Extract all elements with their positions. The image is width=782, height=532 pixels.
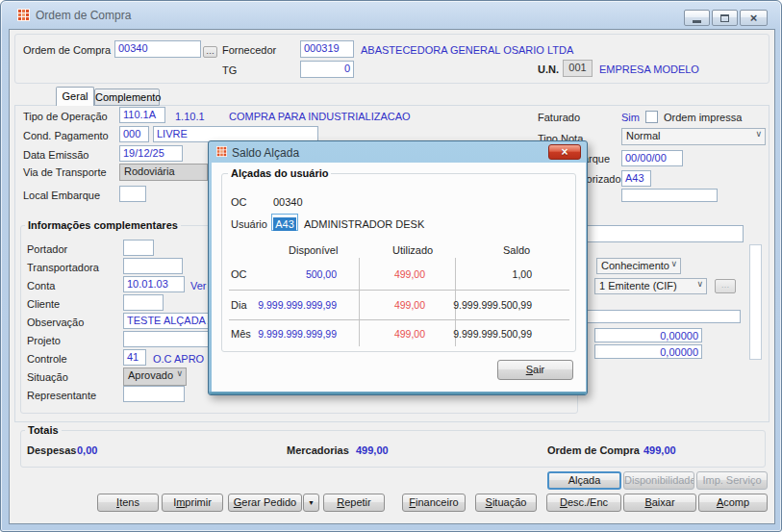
observacao-label: Observação [27, 317, 84, 328]
mes-disponivel: 9.999.999.999,99 [242, 328, 337, 340]
dialog-user-input[interactable]: A43 [271, 214, 298, 231]
order-number-input[interactable]: 00340 [114, 40, 201, 58]
mercadorias-label: Mercadorias [287, 444, 349, 456]
mes-saldo: 9.999.999.500,99 [446, 328, 532, 340]
gerar-pedido-dropdown-button[interactable]: ▼ [303, 494, 319, 512]
transportadora-input[interactable] [123, 258, 183, 274]
dia-disponivel: 9.999.999.999,99 [242, 299, 337, 311]
cliente-label: Cliente [27, 298, 60, 310]
supplier-code-input[interactable]: 000319 [300, 40, 354, 58]
mes-utilizado: 499,00 [356, 328, 425, 340]
financeiro-button[interactable]: Financeiro [402, 494, 466, 512]
representante-label: Representante [27, 390, 96, 401]
sair-button[interactable]: Sair [497, 360, 573, 380]
emitente-more-button[interactable]: … [715, 279, 736, 293]
chevron-down-icon [755, 129, 762, 139]
transportadora-label: Transportadora [27, 262, 99, 273]
cond-pagamento-input[interactable]: 000 [119, 126, 149, 142]
titlebar: Ordem de Compra [1, 1, 781, 29]
portador-label: Portador [27, 243, 67, 255]
oc-disponivel: 500,00 [242, 268, 337, 280]
local-embarque-label: Local Embarque [23, 190, 100, 201]
tipo-operacao-desc: COMPRA PARA INDUSTRIALIZACAO [229, 111, 411, 122]
dialog-oc-value: 00340 [273, 196, 303, 208]
col-header-disponivel: Disponível [289, 244, 338, 256]
alcadas-group-title: Alçadas do usuário [228, 167, 331, 179]
supplier-label: Fornecedor [222, 44, 276, 56]
controle-input[interactable]: 41 [123, 349, 146, 366]
dialog-user-name: ADMINISTRADOR DESK [304, 218, 424, 230]
imprimir-button[interactable]: Imprimir [162, 494, 223, 512]
controle-label: Controle [27, 353, 67, 365]
ordem-impressa-checkbox[interactable] [645, 111, 658, 123]
order-label: Ordem de Compra [23, 44, 111, 56]
local-embarque-input[interactable] [119, 186, 146, 202]
repetir-button[interactable]: Repetir [323, 494, 385, 512]
col-header-saldo: Saldo [503, 244, 530, 256]
projeto-label: Projeto [27, 335, 61, 346]
right-edge-panel [749, 244, 762, 360]
tab-complemento[interactable]: Complemento [94, 89, 160, 106]
chevron-down-icon [696, 279, 703, 289]
cliente-input[interactable] [123, 294, 164, 311]
minimize-icon [693, 20, 701, 23]
dia-saldo: 9.999.999.500,99 [446, 299, 532, 311]
dialog-close-button[interactable] [548, 144, 581, 160]
via-transporte-label: Via de Transporte [23, 166, 107, 178]
tipo-operacao-sub: 1.10.1 [175, 111, 205, 122]
maximize-button[interactable] [712, 10, 738, 26]
conta-input[interactable]: 10.01.03 [123, 276, 185, 292]
dialog-oc-label: OC [231, 196, 247, 208]
baixar-button[interactable]: Baixar [623, 494, 696, 512]
ordem-total-label: Ordem de Compra [547, 444, 640, 456]
emitente-combo[interactable]: 1 Emitente (CIF) [594, 278, 707, 294]
imp-servico-button[interactable]: Imp. Serviço [696, 471, 768, 490]
tg-input[interactable]: 0 [300, 61, 354, 78]
un-label: U.N. [538, 63, 559, 75]
dialog-user-label: Usuário [231, 218, 267, 230]
oc-saldo: 1,00 [446, 268, 532, 280]
order-lookup-button[interactable]: … [203, 46, 217, 58]
saldo-alcada-dialog: Saldo Alçada Alçadas do usuário OC 00340… [208, 140, 588, 395]
situacao-label: Situação [27, 371, 68, 383]
situacao-combo[interactable]: Aprovado [123, 367, 187, 386]
totais-title: Totais [25, 424, 62, 436]
tab-geral[interactable]: Geral [56, 87, 94, 106]
data-emissao-input[interactable]: 19/12/25 [119, 145, 183, 162]
alcada-button[interactable]: Alçada [547, 471, 621, 490]
gerar-pedido-button[interactable]: Gerar Pedido [228, 494, 302, 512]
cond-pagamento-label: Cond. Pagamento [23, 130, 109, 141]
situacao-button[interactable]: Situação [475, 494, 537, 512]
controle-desc: O.C APRO [153, 353, 204, 365]
representante-input[interactable] [123, 386, 185, 402]
autorizado-input[interactable]: A43 [621, 170, 651, 187]
acomp-button[interactable]: Acomp [698, 494, 768, 512]
dialog-icon [216, 146, 227, 157]
desc-enc-button[interactable]: Desc./Enc [546, 494, 621, 512]
disponibilidade-button[interactable]: Disponibilidade [623, 471, 694, 490]
itens-button[interactable]: Itens [97, 494, 159, 512]
data-embarque-input[interactable]: 00/00/00 [621, 150, 683, 166]
window-title: Ordem de Compra [36, 9, 131, 22]
tipo-operacao-input[interactable]: 110.1A [119, 107, 165, 123]
numeric-input-1[interactable]: 0,00000 [594, 328, 702, 342]
row-separator [229, 290, 569, 291]
row-separator [229, 319, 569, 320]
numeric-input-2[interactable]: 0,00000 [594, 344, 702, 359]
chevron-down-icon [670, 259, 677, 268]
minimize-button[interactable] [684, 10, 710, 26]
tipo-nota-combo[interactable]: Normal [621, 128, 766, 145]
portador-input[interactable] [123, 240, 154, 256]
supplier-name: ABASTECEDORA GENERAL OSARIO LTDA [361, 44, 573, 56]
ordem-impressa-label: Ordem impressa [664, 112, 742, 123]
un-field[interactable]: 001 [563, 60, 593, 77]
maximize-icon [720, 14, 729, 22]
via-transporte-combo[interactable]: Rodoviária [119, 164, 208, 181]
conta-label: Conta [27, 280, 55, 291]
conhecimento-combo[interactable]: Conhecimento [596, 258, 681, 274]
despesas-value: 0,00 [77, 444, 97, 456]
data-emissao-label: Data Emissão [23, 149, 88, 161]
autorizado-extra-input[interactable] [621, 189, 718, 202]
col-header-utilizado: Utilizado [392, 244, 433, 256]
close-button[interactable] [740, 10, 768, 26]
